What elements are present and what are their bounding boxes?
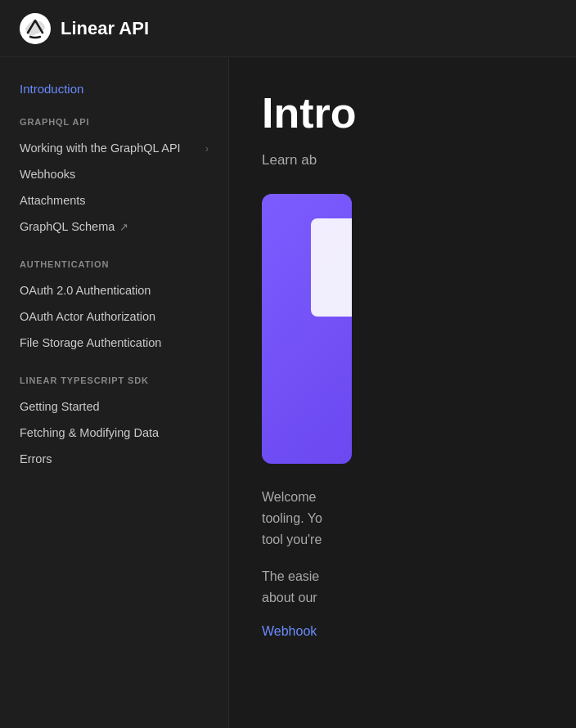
sidebar-section-title-graphql-api: GRAPHQL API <box>0 117 228 127</box>
sidebar-section-title-authentication: AUTHENTICATION <box>0 259 228 269</box>
sidebar-item-oauth-actor[interactable]: OAuth Actor Authorization <box>0 303 228 330</box>
purple-card-inner <box>311 218 352 317</box>
content-inner: Intro Learn ab Welcometooling. Yotool yo… <box>229 57 576 672</box>
sidebar-item-label-oauth2: OAuth 2.0 Authentication <box>20 284 151 297</box>
sidebar-item-errors[interactable]: Errors <box>0 446 228 472</box>
sidebar-sections: GRAPHQL APIWorking with the GraphQL API›… <box>0 117 228 472</box>
sidebar-section-title-linear-typescript-sdk: LINEAR TYPESCRIPT SDK <box>0 375 228 385</box>
sidebar-item-getting-started[interactable]: Getting Started <box>0 393 228 420</box>
content-subtitle: Learn ab <box>262 150 543 171</box>
sidebar-item-fetching-modifying[interactable]: Fetching & Modifying Data <box>0 420 228 446</box>
header: Linear API <box>0 0 576 57</box>
sidebar-item-file-storage[interactable]: File Storage Authentication <box>0 330 228 356</box>
sidebar-item-label-working-with-graphql: Working with the GraphQL API <box>20 142 181 155</box>
sidebar-section-graphql-api: GRAPHQL APIWorking with the GraphQL API›… <box>0 117 228 240</box>
sidebar-item-graphql-schema[interactable]: GraphQL Schema↗ <box>0 213 228 240</box>
content-body-2: The easieabout our <box>262 566 543 609</box>
sidebar: Introduction GRAPHQL APIWorking with the… <box>0 57 229 728</box>
sidebar-item-working-with-graphql[interactable]: Working with the GraphQL API› <box>0 135 228 161</box>
webhook-link[interactable]: Webhook <box>262 624 317 638</box>
sidebar-item-oauth2[interactable]: OAuth 2.0 Authentication <box>0 277 228 303</box>
sidebar-item-webhooks[interactable]: Webhooks <box>0 161 228 187</box>
sidebar-intro-link[interactable]: Introduction <box>0 77 228 101</box>
logo-container: Linear API <box>20 13 149 44</box>
content-area: Intro Learn ab Welcometooling. Yotool yo… <box>229 57 576 728</box>
content-text-block-2: The easieabout our <box>262 566 543 609</box>
content-title: Intro <box>262 90 543 137</box>
sidebar-item-label-file-storage: File Storage Authentication <box>20 336 161 349</box>
chevron-right-icon: › <box>205 142 209 155</box>
sidebar-item-label-attachments: Attachments <box>20 194 86 207</box>
content-body-1: Welcometooling. Yotool you're <box>262 487 543 551</box>
main-layout: Introduction GRAPHQL APIWorking with the… <box>0 57 576 728</box>
sidebar-item-label-graphql-schema: GraphQL Schema↗ <box>20 220 128 233</box>
sidebar-item-attachments[interactable]: Attachments <box>0 187 228 213</box>
purple-card <box>262 194 352 464</box>
linear-logo-icon <box>20 13 51 44</box>
sidebar-item-label-getting-started: Getting Started <box>20 400 100 413</box>
sidebar-item-label-errors: Errors <box>20 452 52 465</box>
external-link-icon: ↗ <box>119 221 128 233</box>
sidebar-item-label-webhooks: Webhooks <box>20 168 75 181</box>
sidebar-section-linear-typescript-sdk: LINEAR TYPESCRIPT SDKGetting StartedFetc… <box>0 375 228 472</box>
logo-text: Linear API <box>61 18 149 39</box>
sidebar-item-label-oauth-actor: OAuth Actor Authorization <box>20 310 155 323</box>
sidebar-item-label-fetching-modifying: Fetching & Modifying Data <box>20 426 159 439</box>
sidebar-section-authentication: AUTHENTICATIONOAuth 2.0 AuthenticationOA… <box>0 259 228 356</box>
content-text-block-1: Welcometooling. Yotool you're <box>262 487 543 551</box>
